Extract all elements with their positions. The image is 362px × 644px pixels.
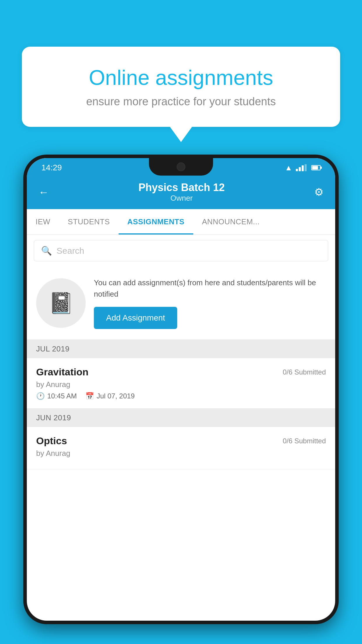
tab-announcements[interactable]: ANNOUNCEM... [193, 209, 268, 235]
section-header-jul-text: JUL 2019 [36, 344, 69, 353]
assignment-time-gravitation: 🕐 10:45 AM [36, 392, 77, 400]
phone-notch [149, 158, 213, 176]
assignment-author-optics: by Anurag [36, 449, 326, 458]
phone-frame: 14:29 ▲ [23, 155, 339, 624]
clock-icon: 🕐 [36, 392, 45, 400]
assignment-item-optics[interactable]: Optics 0/6 Submitted by Anurag [27, 427, 335, 469]
signal-bar-2 [299, 167, 301, 171]
assignment-meta-gravitation: 🕐 10:45 AM 📅 Jul 07, 2019 [36, 392, 326, 400]
assignment-title-optics: Optics [36, 435, 67, 447]
assignment-title-gravitation: Gravitation [36, 366, 88, 378]
speech-bubble-subtitle: ensure more practice for your students [45, 95, 317, 108]
tabs-container: IEW STUDENTS ASSIGNMENTS ANNOUNCEM... [27, 209, 335, 235]
tab-assignments[interactable]: ASSIGNMENTS [119, 209, 193, 235]
phone-wrapper: 14:29 ▲ [23, 155, 339, 644]
status-icons: ▲ [285, 163, 321, 172]
phone-camera [177, 162, 185, 171]
notebook-icon: 📓 [48, 291, 74, 315]
search-placeholder: Search [57, 246, 84, 256]
search-bar-container: 🔍 Search [27, 235, 335, 267]
assignment-submitted-optics: 0/6 Submitted [283, 437, 326, 445]
signal-bar-1 [296, 169, 298, 171]
assignment-date-text: Jul 07, 2019 [96, 392, 135, 400]
assignment-item-header: Gravitation 0/6 Submitted [36, 366, 326, 378]
assignment-time-text: 10:45 AM [47, 392, 77, 400]
wifi-icon: ▲ [285, 163, 292, 172]
signal-bar-3 [302, 165, 304, 171]
battery-icon [311, 165, 321, 170]
section-header-jun-text: JUN 2019 [36, 413, 71, 422]
section-header-jun: JUN 2019 [27, 409, 335, 427]
promo-description: You can add assignment(s) from here and … [94, 277, 326, 300]
assignment-date-gravitation: 📅 Jul 07, 2019 [85, 392, 135, 400]
promo-text-area: You can add assignment(s) from here and … [94, 277, 326, 329]
header-title: Physics Batch 12 [49, 181, 314, 194]
search-bar[interactable]: 🔍 Search [34, 240, 328, 261]
assignment-submitted-gravitation: 0/6 Submitted [283, 368, 326, 376]
signal-icon [296, 164, 307, 171]
speech-bubble-title: Online assignments [45, 66, 317, 90]
add-assignment-button[interactable]: Add Assignment [94, 307, 177, 329]
promo-icon-circle: 📓 [36, 278, 86, 328]
status-time: 14:29 [41, 163, 62, 172]
tab-iew[interactable]: IEW [27, 209, 59, 235]
settings-button[interactable]: ⚙ [314, 186, 324, 198]
content-area: 🔍 Search 📓 You can add assignment(s) fro… [27, 235, 335, 469]
header-subtitle: Owner [49, 194, 314, 203]
calendar-icon: 📅 [85, 392, 94, 400]
speech-bubble: Online assignments ensure more practice … [22, 47, 340, 127]
assignment-item-gravitation[interactable]: Gravitation 0/6 Submitted by Anurag 🕐 10… [27, 358, 335, 409]
battery-fill [312, 166, 318, 169]
tab-students[interactable]: STUDENTS [59, 209, 119, 235]
speech-bubble-container: Online assignments ensure more practice … [22, 47, 340, 127]
phone-screen: 14:29 ▲ [27, 158, 335, 621]
promo-card: 📓 You can add assignment(s) from here an… [27, 267, 335, 340]
app-header: ← Physics Batch 12 Owner ⚙ [27, 175, 335, 209]
assignment-author-gravitation: by Anurag [36, 380, 326, 389]
signal-bar-4 [305, 164, 307, 171]
section-header-jul: JUL 2019 [27, 340, 335, 358]
assignment-item-optics-header: Optics 0/6 Submitted [36, 435, 326, 447]
search-icon: 🔍 [41, 246, 52, 256]
header-title-area: Physics Batch 12 Owner [49, 181, 314, 203]
back-button[interactable]: ← [38, 186, 49, 198]
